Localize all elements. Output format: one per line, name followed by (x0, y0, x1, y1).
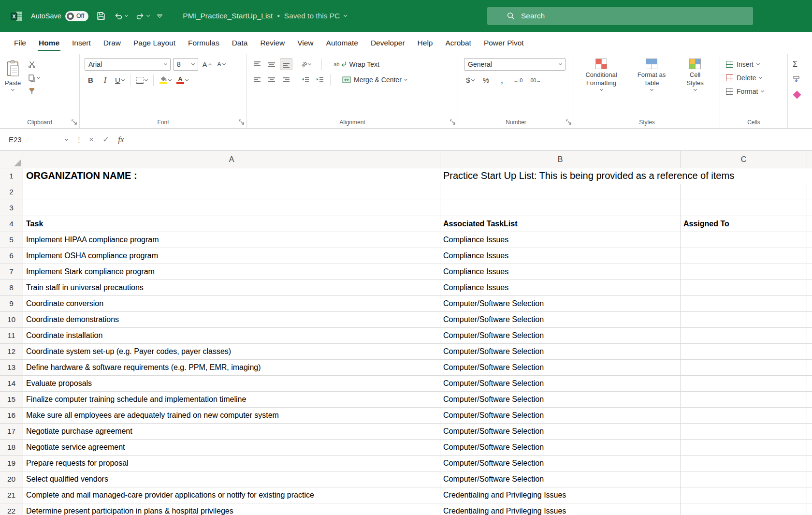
row-header-21[interactable]: 21 (0, 487, 23, 503)
cell-C7[interactable] (681, 264, 807, 280)
cell-B15[interactable]: Computer/Software Selection (440, 392, 681, 407)
conditional-formatting-button[interactable]: Conditional Formatting (576, 55, 626, 90)
paste-button[interactable]: Paste (5, 57, 21, 96)
row-header-3[interactable]: 3 (0, 200, 23, 216)
row-header-22[interactable]: 22 (0, 503, 23, 515)
row-header-2[interactable]: 2 (0, 184, 23, 200)
cell-C20[interactable] (681, 471, 807, 487)
cell-A2[interactable] (23, 184, 440, 200)
cell-B22[interactable]: Credentialing and Privileging Issues (440, 503, 681, 515)
customize-quick-access-button[interactable] (157, 15, 162, 17)
cell-D2[interactable] (807, 184, 812, 200)
menu-tab-insert[interactable]: Insert (66, 32, 97, 54)
cell-C4[interactable]: Assigned To (681, 216, 807, 232)
menu-tab-view[interactable]: View (291, 32, 319, 54)
undo-button[interactable] (114, 11, 128, 21)
increase-decimal-button[interactable]: ←.0 (512, 74, 524, 86)
align-center-button[interactable] (265, 74, 277, 86)
clipboard-dialog-launcher[interactable] (72, 119, 77, 125)
row-header-9[interactable]: 9 (0, 296, 23, 311)
cell-A6[interactable]: Implement OSHA compliance program (23, 248, 440, 264)
cell-A12[interactable]: Coordinate system set-up (e.g. Payer cod… (23, 344, 440, 359)
cell-B11[interactable]: Computer/Software Selection (440, 328, 681, 343)
row-header-12[interactable]: 12 (0, 344, 23, 359)
name-box[interactable]: E23 (0, 129, 73, 150)
align-middle-button[interactable] (265, 58, 277, 70)
decrease-font-size-button[interactable]: A (215, 59, 227, 71)
cell-C11[interactable] (681, 328, 807, 343)
cut-button[interactable] (27, 59, 41, 70)
row-header-7[interactable]: 7 (0, 264, 23, 280)
cell-B16[interactable]: Computer/Software Selection (440, 408, 681, 423)
cell-D10[interactable] (807, 312, 812, 327)
decrease-indent-button[interactable] (299, 74, 311, 86)
row-header-15[interactable]: 15 (0, 392, 23, 407)
cell-A14[interactable]: Evaluate proposals (23, 376, 440, 391)
menu-tab-draw[interactable]: Draw (97, 32, 127, 54)
fill-button[interactable] (793, 73, 812, 85)
menu-tab-help[interactable]: Help (411, 32, 439, 54)
cell-D19[interactable] (807, 456, 812, 471)
row-header-16[interactable]: 16 (0, 408, 23, 423)
cell-C9[interactable] (681, 296, 807, 311)
cell-B13[interactable]: Computer/Software Selection (440, 360, 681, 375)
cell-B7[interactable]: Compliance Issues (440, 264, 681, 280)
cell-B20[interactable]: Computer/Software Selection (440, 471, 681, 487)
copy-button[interactable] (27, 72, 41, 83)
cell-A3[interactable] (23, 200, 440, 216)
cell-D1[interactable] (807, 168, 812, 184)
select-all-button[interactable] (0, 151, 23, 168)
cell-B2[interactable] (440, 184, 681, 200)
increase-indent-button[interactable] (314, 74, 326, 86)
merge-center-button[interactable]: Merge & Center (340, 74, 409, 86)
row-header-10[interactable]: 10 (0, 312, 23, 327)
menu-tab-acrobat[interactable]: Acrobat (439, 32, 477, 54)
borders-button[interactable] (135, 74, 149, 86)
cell-D18[interactable] (807, 440, 812, 455)
row-header-20[interactable]: 20 (0, 471, 23, 487)
cell-A1[interactable]: ORGANIZATION NAME : (23, 168, 440, 184)
insert-cells-button[interactable]: Insert (726, 58, 787, 70)
cell-C21[interactable] (681, 487, 807, 503)
cell-B1[interactable]: Practice Start Up List: This is being pr… (440, 168, 681, 184)
cell-A16[interactable]: Make sure all employees are adequately t… (23, 408, 440, 423)
cell-C14[interactable] (681, 376, 807, 391)
menu-tab-page-layout[interactable]: Page Layout (127, 32, 182, 54)
menu-tab-review[interactable]: Review (254, 32, 291, 54)
cell-B17[interactable]: Computer/Software Selection (440, 424, 681, 439)
font-dialog-launcher[interactable] (239, 119, 244, 125)
cell-styles-button[interactable]: Cell Styles (677, 55, 713, 90)
cell-B12[interactable]: Computer/Software Selection (440, 344, 681, 359)
cell-D12[interactable] (807, 344, 812, 359)
decrease-decimal-button[interactable]: .00→ (528, 74, 542, 86)
cell-B6[interactable]: Compliance Issues (440, 248, 681, 264)
cell-B8[interactable]: Compliance Issues (440, 280, 681, 295)
cell-B10[interactable]: Computer/Software Selection (440, 312, 681, 327)
cell-A13[interactable]: Define hardware & software requirements … (23, 360, 440, 375)
cell-A20[interactable]: Select qualified vendors (23, 471, 440, 487)
menu-tab-file[interactable]: File (8, 32, 32, 54)
search-box[interactable]: Search (487, 7, 753, 25)
column-header-partial[interactable] (807, 151, 812, 168)
cell-A5[interactable]: Implement HIPAA compliance program (23, 232, 440, 248)
undo-dropdown-icon[interactable] (125, 14, 128, 17)
row-header-13[interactable]: 13 (0, 360, 23, 375)
clear-button[interactable] (793, 88, 812, 100)
comma-style-button[interactable]: , (496, 74, 508, 86)
enter-entry-button[interactable]: ✓ (98, 134, 114, 145)
font-name-select[interactable]: Arial (85, 58, 171, 71)
row-header-4[interactable]: 4 (0, 216, 23, 232)
cell-D11[interactable] (807, 328, 812, 343)
cell-D15[interactable] (807, 392, 812, 407)
menu-tab-power-pivot[interactable]: Power Pivot (478, 32, 530, 54)
row-header-11[interactable]: 11 (0, 328, 23, 343)
row-header-18[interactable]: 18 (0, 440, 23, 455)
cell-B9[interactable]: Computer/Software Selection (440, 296, 681, 311)
formula-input[interactable] (128, 129, 812, 150)
document-title[interactable]: PMI_Practice_StartUp_List • Saved to thi… (183, 12, 347, 20)
autosave-toggle[interactable]: AutoSave Off (31, 11, 88, 21)
format-as-table-button[interactable]: Format as Table (628, 55, 675, 90)
align-bottom-button[interactable] (280, 58, 292, 70)
accounting-format-button[interactable]: $ (464, 74, 476, 86)
menu-tab-formulas[interactable]: Formulas (182, 32, 226, 54)
